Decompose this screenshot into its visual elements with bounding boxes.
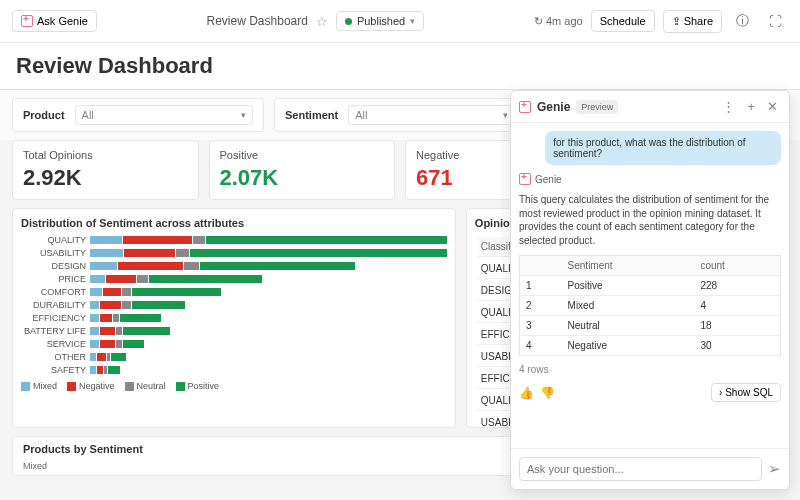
add-icon[interactable]: + (744, 99, 758, 114)
bar-segment[interactable] (206, 236, 447, 244)
bar-segment[interactable] (90, 236, 122, 244)
bar-segment[interactable] (190, 249, 446, 257)
chart-row: BATTERY LIFE (21, 326, 447, 336)
bar-segment[interactable] (123, 236, 191, 244)
legend-item[interactable]: Mixed (21, 381, 57, 391)
info-icon[interactable]: ⓘ (730, 8, 755, 34)
chart-row: SAFETY (21, 365, 447, 375)
chart-category-label: DURABILITY (21, 300, 86, 310)
schedule-button[interactable]: Schedule (591, 10, 655, 32)
send-icon[interactable]: ➢ (768, 460, 781, 478)
filter-select[interactable]: All▾ (75, 105, 253, 125)
bar-segment[interactable] (100, 340, 115, 348)
show-sql-button[interactable]: › Show SQL (711, 383, 781, 402)
legend-swatch (125, 382, 134, 391)
feedback-actions: 👍 👎 › Show SQL (519, 383, 781, 402)
bar-segment[interactable] (103, 288, 121, 296)
kpi-label: Total Opinions (23, 149, 188, 161)
bar-segment[interactable] (193, 236, 205, 244)
bar-segment[interactable] (106, 275, 136, 283)
genie-question-input[interactable] (519, 457, 762, 481)
bar-segment[interactable] (90, 262, 117, 270)
bar-segment[interactable] (100, 301, 121, 309)
bar-segment[interactable] (124, 249, 174, 257)
chart-row: OTHER (21, 352, 447, 362)
bar-segment[interactable] (97, 366, 103, 374)
bar-segment[interactable] (90, 301, 99, 309)
bar-segment[interactable] (200, 262, 355, 270)
thumbs-down-icon[interactable]: 👎 (540, 386, 555, 400)
share-icon: ⇪ (672, 15, 681, 27)
genie-icon (21, 15, 33, 27)
table-header: Sentiment (562, 256, 695, 276)
bot-label: Genie (519, 173, 781, 185)
chart-category-label: EFFICIENCY (21, 313, 86, 323)
bar-segment[interactable] (90, 288, 102, 296)
thumbs-up-icon[interactable]: 👍 (519, 386, 534, 400)
bar-segment[interactable] (122, 301, 131, 309)
bar-segment[interactable] (90, 314, 99, 322)
last-refresh[interactable]: ↻4m ago (534, 15, 583, 28)
star-icon[interactable]: ☆ (316, 14, 328, 29)
bar-segment[interactable] (90, 327, 99, 335)
share-button[interactable]: ⇪ Share (663, 10, 722, 33)
bar-segment[interactable] (107, 353, 110, 361)
bar-segment[interactable] (176, 249, 190, 257)
chart-row: PRICE (21, 274, 447, 284)
bar-segment[interactable] (111, 353, 126, 361)
legend-item[interactable]: Positive (176, 381, 220, 391)
chart-category-label: QUALITY (21, 235, 86, 245)
bar-segment[interactable] (116, 327, 122, 335)
bar-segment[interactable] (97, 353, 106, 361)
bar-segment[interactable] (184, 262, 199, 270)
bar-segment[interactable] (116, 340, 122, 348)
chart-category-label: OTHER (21, 352, 86, 362)
bar-segment[interactable] (132, 301, 186, 309)
bar-segment[interactable] (123, 327, 171, 335)
genie-panel-header: Genie Preview ⋮ + ✕ (511, 91, 789, 123)
bar-segment[interactable] (120, 314, 162, 322)
bar-segment[interactable] (90, 275, 105, 283)
bar-segment[interactable] (149, 275, 262, 283)
chart-category-label: SERVICE (21, 339, 86, 349)
bar-segment[interactable] (90, 249, 123, 257)
bar-segment[interactable] (90, 340, 99, 348)
bar-segment[interactable] (100, 327, 115, 335)
chart-row: USABILITY (21, 248, 447, 258)
bar-segment[interactable] (123, 340, 144, 348)
legend-item[interactable]: Neutral (125, 381, 166, 391)
chart-row: SERVICE (21, 339, 447, 349)
publish-status-dropdown[interactable]: Published▾ (336, 11, 424, 31)
result-table: Sentimentcount1Positive2282Mixed43Neutra… (519, 255, 781, 356)
bar-segment[interactable] (132, 288, 221, 296)
filter: ProductAll▾ (12, 98, 264, 132)
more-icon[interactable]: ⋮ (719, 99, 738, 114)
table-row: 2Mixed4 (520, 296, 781, 316)
bar-segment[interactable] (118, 262, 183, 270)
chevron-down-icon: ▾ (503, 110, 508, 120)
chart-row: QUALITY (21, 235, 447, 245)
genie-body: for this product, what was the distribut… (511, 123, 789, 448)
bar-segment[interactable] (108, 366, 120, 374)
bar-segment[interactable] (113, 314, 119, 322)
fullscreen-icon[interactable]: ⛶ (763, 10, 788, 33)
bar-segment[interactable] (90, 366, 96, 374)
bar-segment[interactable] (137, 275, 149, 283)
bar-segment[interactable] (104, 366, 107, 374)
filter-select[interactable]: All▾ (348, 105, 515, 125)
bar-segment[interactable] (122, 288, 131, 296)
genie-icon (519, 101, 531, 113)
genie-icon (519, 173, 531, 185)
chart-row: COMFORT (21, 287, 447, 297)
bar-segment[interactable] (90, 353, 96, 361)
legend-item[interactable]: Negative (67, 381, 115, 391)
chart-row: DURABILITY (21, 300, 447, 310)
close-icon[interactable]: ✕ (764, 99, 781, 114)
table-row: 4Negative30 (520, 336, 781, 356)
ask-genie-button[interactable]: Ask Genie (12, 10, 97, 32)
chart-category-label: DESIGN (21, 261, 86, 271)
user-message: for this product, what was the distribut… (545, 131, 781, 165)
bar-segment[interactable] (100, 314, 112, 322)
status-dot-icon (345, 18, 352, 25)
distribution-panel: Distribution of Sentiment across attribu… (12, 208, 456, 428)
